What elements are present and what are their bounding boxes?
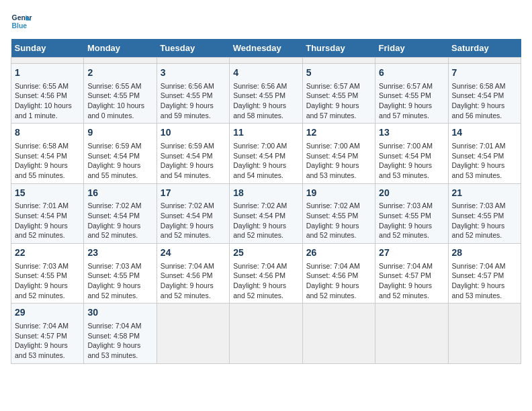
calendar-cell: 13Sunrise: 7:00 AMSunset: 4:54 PMDayligh… (375, 124, 448, 183)
day-header-tuesday: Tuesday (157, 39, 229, 58)
calendar-week-row: 15Sunrise: 7:01 AMSunset: 4:54 PMDayligh… (11, 183, 521, 243)
calendar-cell: 22Sunrise: 7:03 AMSunset: 4:55 PMDayligh… (11, 244, 84, 304)
day-number: 27 (379, 246, 444, 260)
day-number: 9 (87, 126, 152, 140)
calendar-cell (230, 58, 302, 64)
day-number: 16 (87, 187, 152, 200)
day-info: Sunrise: 6:59 AMSunset: 4:54 PMDaylight:… (87, 141, 152, 181)
day-header-wednesday: Wednesday (230, 39, 302, 58)
logo-icon: General Blue (11, 11, 32, 32)
day-number: 14 (452, 126, 517, 140)
day-number: 24 (161, 246, 226, 260)
day-info: Sunrise: 7:02 AMSunset: 4:54 PMDaylight:… (233, 201, 298, 240)
day-number: 21 (452, 187, 517, 200)
day-header-sunday: Sunday (11, 39, 84, 58)
calendar-cell: 16Sunrise: 7:02 AMSunset: 4:54 PMDayligh… (84, 183, 157, 243)
day-info: Sunrise: 7:04 AMSunset: 4:56 PMDaylight:… (161, 261, 226, 301)
calendar-cell: 24Sunrise: 7:04 AMSunset: 4:56 PMDayligh… (157, 244, 229, 304)
calendar-cell (157, 304, 229, 363)
day-info: Sunrise: 6:56 AMSunset: 4:55 PMDaylight:… (233, 81, 298, 121)
svg-text:General: General (12, 14, 32, 21)
day-number: 26 (306, 246, 371, 260)
day-info: Sunrise: 6:55 AMSunset: 4:56 PMDaylight:… (15, 81, 80, 121)
day-info: Sunrise: 7:04 AMSunset: 4:57 PMDaylight:… (452, 261, 517, 301)
day-header-thursday: Thursday (302, 39, 375, 58)
calendar-header-row: SundayMondayTuesdayWednesdayThursdayFrid… (11, 39, 521, 58)
day-info: Sunrise: 6:56 AMSunset: 4:55 PMDaylight:… (161, 81, 226, 121)
day-number: 12 (306, 126, 371, 140)
calendar-cell: 28Sunrise: 7:04 AMSunset: 4:57 PMDayligh… (448, 244, 521, 304)
calendar-table: SundayMondayTuesdayWednesdayThursdayFrid… (11, 39, 521, 364)
calendar-cell: 3Sunrise: 6:56 AMSunset: 4:55 PMDaylight… (157, 64, 229, 124)
day-header-friday: Friday (375, 39, 448, 58)
day-info: Sunrise: 7:03 AMSunset: 4:55 PMDaylight:… (15, 261, 80, 301)
day-info: Sunrise: 7:04 AMSunset: 4:58 PMDaylight:… (87, 321, 152, 361)
day-number: 4 (233, 66, 298, 80)
day-info: Sunrise: 7:02 AMSunset: 4:54 PMDaylight:… (87, 201, 152, 240)
day-number: 3 (161, 66, 226, 80)
day-number: 29 (15, 306, 80, 320)
calendar-cell: 17Sunrise: 7:02 AMSunset: 4:54 PMDayligh… (157, 183, 229, 243)
day-info: Sunrise: 6:57 AMSunset: 4:55 PMDaylight:… (379, 81, 444, 121)
calendar-cell: 6Sunrise: 6:57 AMSunset: 4:55 PMDaylight… (375, 64, 448, 124)
calendar-cell: 19Sunrise: 7:02 AMSunset: 4:55 PMDayligh… (302, 183, 375, 243)
calendar-cell (375, 58, 448, 64)
day-info: Sunrise: 6:57 AMSunset: 4:55 PMDaylight:… (306, 81, 371, 121)
day-number: 19 (306, 187, 371, 200)
calendar-week-row: 22Sunrise: 7:03 AMSunset: 4:55 PMDayligh… (11, 244, 521, 304)
day-info: Sunrise: 7:02 AMSunset: 4:55 PMDaylight:… (306, 201, 371, 240)
calendar-cell: 2Sunrise: 6:55 AMSunset: 4:55 PMDaylight… (84, 64, 157, 124)
calendar-cell: 27Sunrise: 7:04 AMSunset: 4:57 PMDayligh… (375, 244, 448, 304)
day-number: 30 (87, 306, 152, 320)
logo: General Blue (11, 11, 32, 32)
calendar-cell (302, 58, 375, 64)
day-info: Sunrise: 7:04 AMSunset: 4:56 PMDaylight:… (233, 261, 298, 301)
calendar-cell (448, 304, 521, 363)
day-number: 13 (379, 126, 444, 140)
day-info: Sunrise: 7:04 AMSunset: 4:57 PMDaylight:… (15, 321, 80, 361)
calendar-cell (84, 58, 157, 64)
calendar-week-row (11, 58, 521, 64)
header: General Blue (11, 11, 521, 32)
day-number: 6 (379, 66, 444, 80)
calendar-cell: 21Sunrise: 7:03 AMSunset: 4:55 PMDayligh… (448, 183, 521, 243)
day-info: Sunrise: 7:03 AMSunset: 4:55 PMDaylight:… (379, 201, 444, 240)
day-number: 2 (87, 66, 152, 80)
day-info: Sunrise: 7:00 AMSunset: 4:54 PMDaylight:… (306, 141, 371, 181)
day-info: Sunrise: 6:59 AMSunset: 4:54 PMDaylight:… (161, 141, 226, 181)
calendar-cell: 10Sunrise: 6:59 AMSunset: 4:54 PMDayligh… (157, 124, 229, 183)
calendar-cell (230, 304, 302, 363)
calendar-cell: 25Sunrise: 7:04 AMSunset: 4:56 PMDayligh… (230, 244, 302, 304)
day-info: Sunrise: 7:04 AMSunset: 4:56 PMDaylight:… (306, 261, 371, 301)
day-info: Sunrise: 7:03 AMSunset: 4:55 PMDaylight:… (452, 201, 517, 240)
day-header-saturday: Saturday (448, 39, 521, 58)
calendar-week-row: 1Sunrise: 6:55 AMSunset: 4:56 PMDaylight… (11, 64, 521, 124)
calendar-cell: 5Sunrise: 6:57 AMSunset: 4:55 PMDaylight… (302, 64, 375, 124)
day-info: Sunrise: 6:58 AMSunset: 4:54 PMDaylight:… (15, 141, 80, 181)
calendar-cell: 14Sunrise: 7:01 AMSunset: 4:54 PMDayligh… (448, 124, 521, 183)
calendar-cell: 23Sunrise: 7:03 AMSunset: 4:55 PMDayligh… (84, 244, 157, 304)
calendar-cell: 12Sunrise: 7:00 AMSunset: 4:54 PMDayligh… (302, 124, 375, 183)
day-number: 28 (452, 246, 517, 260)
calendar-cell: 26Sunrise: 7:04 AMSunset: 4:56 PMDayligh… (302, 244, 375, 304)
day-number: 23 (87, 246, 152, 260)
day-number: 17 (161, 187, 226, 200)
calendar-cell: 30Sunrise: 7:04 AMSunset: 4:58 PMDayligh… (84, 304, 157, 363)
calendar-cell (302, 304, 375, 363)
day-info: Sunrise: 7:04 AMSunset: 4:57 PMDaylight:… (379, 261, 444, 301)
day-header-monday: Monday (84, 39, 157, 58)
calendar-cell: 20Sunrise: 7:03 AMSunset: 4:55 PMDayligh… (375, 183, 448, 243)
calendar-week-row: 29Sunrise: 7:04 AMSunset: 4:57 PMDayligh… (11, 304, 521, 363)
day-info: Sunrise: 7:00 AMSunset: 4:54 PMDaylight:… (379, 141, 444, 181)
day-number: 18 (233, 187, 298, 200)
day-info: Sunrise: 7:02 AMSunset: 4:54 PMDaylight:… (161, 201, 226, 240)
day-info: Sunrise: 6:58 AMSunset: 4:54 PMDaylight:… (452, 81, 517, 121)
calendar-cell (375, 304, 448, 363)
day-number: 11 (233, 126, 298, 140)
day-number: 15 (15, 187, 80, 200)
day-number: 22 (15, 246, 80, 260)
day-number: 1 (15, 66, 80, 80)
calendar-cell (157, 58, 229, 64)
day-info: Sunrise: 7:01 AMSunset: 4:54 PMDaylight:… (15, 201, 80, 240)
day-info: Sunrise: 7:03 AMSunset: 4:55 PMDaylight:… (87, 261, 152, 301)
